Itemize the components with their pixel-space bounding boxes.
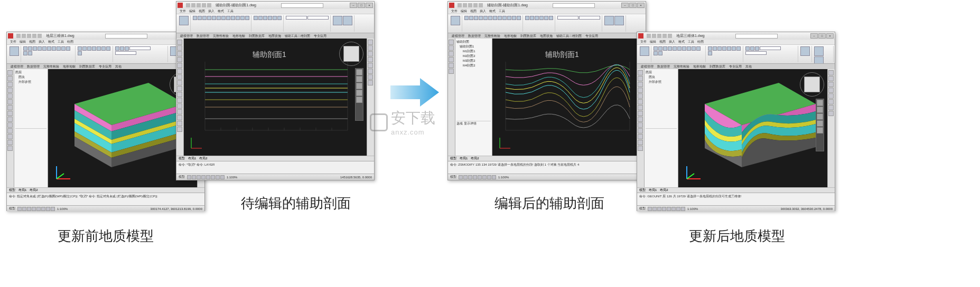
help-search-input[interactable] [281,3,323,8]
viewcube[interactable] [339,42,363,66]
window-controls[interactable]: –□× [621,3,645,8]
quick-access-toolbar[interactable] [647,34,672,38]
ribbon-tabs[interactable]: 建模管理数据管理完整性检验地形地貌剖面数据库专业应用其他 [7,64,204,69]
titlebar: 地层三维体1.dwg –□× [7,32,204,40]
status-bar[interactable]: 模型 1:100% [448,174,646,180]
workspace: 辅助剖面1 [176,39,374,156]
app-logo-icon [449,3,454,8]
help-search-input[interactable] [553,3,595,8]
window-title: 辅助剖面-辅助剖面1.dwg [216,3,256,8]
layer-tree[interactable]: 图层 图块 外部参照 [645,69,678,187]
section-chart-after [498,62,635,141]
ribbon[interactable] [7,45,204,64]
app-logo-icon [638,33,643,39]
titlebar: 地层三维体1.dwg –□× [637,32,835,40]
panel-model-after: 地层三维体1.dwg –□× 文件编辑视图插入格式工具绘图 建模管理数据管理完整… [637,32,835,211]
command-line[interactable]: 命令: 指定对角点或 [栏选(F)/圈围(WP)/圈交(CP)]: *取消* 命… [7,193,204,205]
watermark-domain: anxz.com [391,128,435,136]
left-tool-palette[interactable] [448,39,455,156]
layout-tabs[interactable]: 模型布局1布局2 [637,187,835,193]
layer-tree[interactable]: 图层 图块 外部参照 [14,69,48,187]
right-tool-palette[interactable] [827,69,835,187]
svg-line-46 [687,174,694,179]
coordinates: 300363.3032, 3604530.2478, 0.0000 [781,207,833,211]
menu-bar[interactable]: 文件编辑视图插入格式工具 [448,9,646,14]
section-title: 辅助剖面1 [545,50,579,60]
coordinates: 1451628.5635, 0.0000 [340,176,372,179]
ucs-icon [188,136,204,151]
ucs-icon [683,162,704,183]
ucs-icon [52,162,73,183]
layout-tabs[interactable]: 模型布局1布局2 [448,156,646,161]
menu-bar[interactable]: 文件编辑视图插入格式工具绘图 [7,40,204,45]
caption-panel3: 编辑后的辅助剖面 [481,194,618,213]
svg-marker-37 [390,78,439,107]
layout-tabs[interactable]: 模型布局1布局2 [7,187,204,193]
app-logo-icon [178,3,183,8]
watermark-text: 安下载 [391,110,435,126]
viewcube[interactable] [800,72,824,97]
navigation-bar[interactable] [816,99,824,151]
coordinates: 300174.4127, 3601213.8199, 0.0000 [151,207,202,211]
left-tool-palette[interactable] [7,69,14,187]
titlebar: 辅助剖面-辅助剖面1.dwg –□× [176,2,374,9]
quick-access-toolbar[interactable] [186,3,211,7]
help-search-input[interactable] [105,34,147,39]
left-tool-palette[interactable] [637,69,645,187]
window-controls[interactable]: –□× [350,3,373,8]
menu-bar[interactable]: 文件编辑视图插入格式工具 [176,9,374,14]
lock-icon [370,113,388,131]
section-chart-before [194,62,353,141]
titlebar: 辅助剖面-辅助剖面1.dwg –□× [448,2,646,9]
status-bar[interactable]: 模型 1:100% 300174.4127, 3601213.8199, 0.0… [7,205,204,212]
workspace: 辅助剖面 辅助剖面1 M1剖面1 M2剖面2 M3剖面2 M4剖面2 选项显示详… [448,39,646,156]
command-line[interactable]: 命令: GEOUNIT 层 126 共 19729 请选择一条地层线的分段可生成… [637,193,835,205]
left-tool-palette[interactable] [176,39,184,156]
panel-section-after: 辅助剖面-辅助剖面1.dwg –□× 文件编辑视图插入格式工具 建模管理数据管理… [447,1,646,180]
quick-access-toolbar[interactable] [458,3,483,7]
caption-panel1: 更新前地质模型 [48,227,164,245]
flow-arrow-icon [388,74,441,111]
ucs-icon [497,136,512,151]
right-tool-palette[interactable] [367,39,374,156]
section-title: 辅助剖面1 [253,50,286,60]
workspace: 图层 图块 外部参照 [637,69,835,187]
window-title: 地层三维体1.dwg [676,33,705,39]
ribbon-tabs[interactable]: 建模管理数据管理完整性检验地形地貌剖面数据库地面设施辅助工具二维剖面专业应用 [176,33,374,39]
layout-tabs[interactable]: 模型布局1布局2 [176,156,374,161]
ribbon-tabs[interactable]: 建模管理数据管理完整性检验地形地貌剖面数据库地面设施辅助工具二维剖面专业应用 [448,33,646,39]
command-line[interactable]: 命令: ZSMODIFY 135 134 19729 请选择一条地层线的分段! … [448,161,646,174]
panel-model-before: 地层三维体1.dwg –□× 文件编辑视图插入格式工具绘图 建模管理数据管理完整… [6,32,205,211]
panel-section-before: 辅助剖面-辅助剖面1.dwg –□× 文件编辑视图插入格式工具 建模管理数据管理… [176,1,375,180]
quick-access-toolbar[interactable] [16,34,42,38]
watermark: 安下载 anxz.com [370,108,435,136]
drawing-canvas[interactable] [678,69,827,187]
help-search-input[interactable] [735,34,778,39]
window-controls[interactable]: –□× [810,33,834,39]
window-title: 地层三维体1.dwg [46,33,74,39]
navigation-bar[interactable] [355,68,363,121]
drawing-canvas[interactable] [48,69,197,187]
ribbon[interactable] [448,14,646,33]
workspace: 图层 图块 外部参照 [7,69,204,187]
caption-panel2: 待编辑的辅助剖面 [227,194,365,213]
menu-item: 文件 [10,40,16,44]
app-logo-icon [8,33,13,39]
section-tree[interactable]: 辅助剖面 辅助剖面1 M1剖面1 M2剖面2 M3剖面2 M4剖面2 选项显示详… [455,39,492,156]
status-bar[interactable]: 模型 1:100% 300363.3032, 3604530.2478, 0.0… [637,205,835,212]
drawing-canvas[interactable]: 辅助剖面1 [184,39,367,156]
drawing-canvas[interactable]: 辅助剖面1 [492,39,638,156]
svg-line-15 [57,174,64,179]
menu-bar[interactable]: 文件编辑视图插入格式工具绘图 [637,40,835,45]
caption-panel4: 更新后地质模型 [679,227,795,245]
ribbon[interactable] [637,45,835,64]
status-bar[interactable]: 模型 1:100% 1451628.5635, 0.0000 [176,174,374,180]
ribbon-tabs[interactable]: 建模管理数据管理完整性检验地形地貌剖面数据库专业应用其他 [637,64,835,69]
command-line[interactable]: 命令: *取消* 命令: LAYER [176,161,374,174]
window-title: 辅助剖面-辅助剖面1.dwg [487,3,528,8]
ribbon[interactable] [176,14,374,33]
